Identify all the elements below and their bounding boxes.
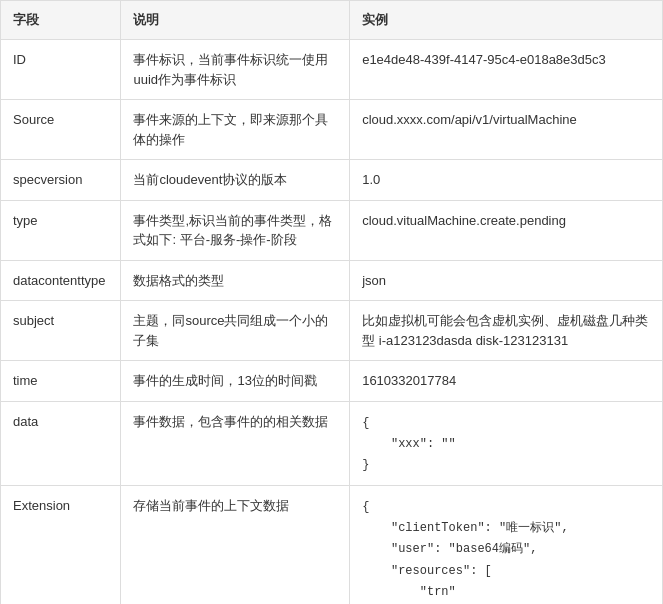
cell-field: specversion (1, 160, 121, 201)
cell-description: 事件数据，包含事件的的相关数据 (121, 401, 350, 486)
table-row: Extension存储当前事件的上下文数据{ "clientToken": "唯… (1, 486, 662, 604)
cell-example: 1.0 (350, 160, 662, 201)
table-row: specversion当前cloudevent协议的版本1.0 (1, 160, 662, 201)
header-field: 字段 (1, 1, 121, 40)
cell-example: { "xxx": "" } (350, 401, 662, 486)
cell-description: 事件标识，当前事件标识统一使用uuid作为事件标识 (121, 40, 350, 100)
table-row: ID事件标识，当前事件标识统一使用uuid作为事件标识e1e4de48-439f… (1, 40, 662, 100)
cell-description: 事件类型,标识当前的事件类型，格式如下: 平台-服务-操作-阶段 (121, 200, 350, 260)
cell-description: 当前cloudevent协议的版本 (121, 160, 350, 201)
table-row: type事件类型,标识当前的事件类型，格式如下: 平台-服务-操作-阶段clou… (1, 200, 662, 260)
cell-description: 数据格式的类型 (121, 260, 350, 301)
cell-example: cloud.vitualMachine.create.pending (350, 200, 662, 260)
table-row: time事件的生成时间，13位的时间戳1610332017784 (1, 361, 662, 402)
cell-example: e1e4de48-439f-4147-95c4-e018a8e3d5c3 (350, 40, 662, 100)
cell-field: data (1, 401, 121, 486)
cell-description: 事件的生成时间，13位的时间戳 (121, 361, 350, 402)
table-row: subject主题，同source共同组成一个小的子集比如虚拟机可能会包含虚机实… (1, 301, 662, 361)
code-example: { "xxx": "" } (362, 416, 456, 472)
cell-description: 主题，同source共同组成一个小的子集 (121, 301, 350, 361)
table-header-row: 字段 说明 实例 (1, 1, 662, 40)
cell-field: datacontenttype (1, 260, 121, 301)
header-description: 说明 (121, 1, 350, 40)
table-row: data事件数据，包含事件的的相关数据{ "xxx": "" } (1, 401, 662, 486)
code-example: { "clientToken": "唯一标识", "user": "base64… (362, 500, 568, 604)
cell-field: time (1, 361, 121, 402)
cell-field: subject (1, 301, 121, 361)
table-row: datacontenttype数据格式的类型json (1, 260, 662, 301)
table-row: Source事件来源的上下文，即来源那个具体的操作cloud.xxxx.com/… (1, 100, 662, 160)
cell-example: 1610332017784 (350, 361, 662, 402)
cell-field: type (1, 200, 121, 260)
cell-example: { "clientToken": "唯一标识", "user": "base64… (350, 486, 662, 604)
cell-description: 存储当前事件的上下文数据 (121, 486, 350, 604)
cell-field: Source (1, 100, 121, 160)
cell-field: ID (1, 40, 121, 100)
main-table-container: 字段 说明 实例 ID事件标识，当前事件标识统一使用uuid作为事件标识e1e4… (0, 0, 663, 604)
cell-description: 事件来源的上下文，即来源那个具体的操作 (121, 100, 350, 160)
cell-example: 比如虚拟机可能会包含虚机实例、虚机磁盘几种类型 i-a123123dasda d… (350, 301, 662, 361)
header-example: 实例 (350, 1, 662, 40)
cell-example: json (350, 260, 662, 301)
cell-field: Extension (1, 486, 121, 604)
cell-example: cloud.xxxx.com/api/v1/virtualMachine (350, 100, 662, 160)
data-table: 字段 说明 实例 ID事件标识，当前事件标识统一使用uuid作为事件标识e1e4… (1, 1, 662, 604)
